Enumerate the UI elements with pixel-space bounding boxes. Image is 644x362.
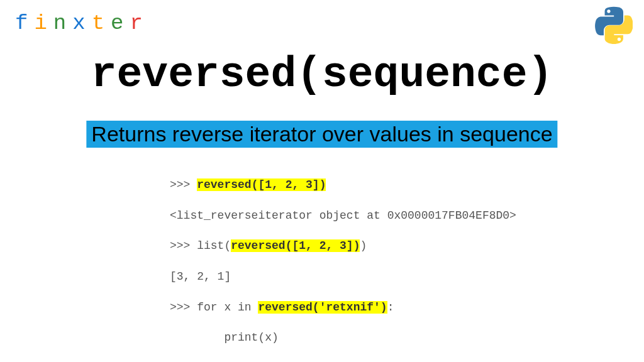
prompt: >>> list(: [170, 239, 231, 252]
code-highlight: reversed('retxnif'): [258, 301, 387, 314]
logo-letter: r: [130, 11, 148, 35]
logo-letter: n: [53, 11, 72, 35]
subtitle-banner: Returns reverse iterator over values in …: [86, 121, 557, 148]
page-title: reversed(sequence): [0, 50, 644, 99]
code-example: >>> reversed([1, 2, 3]) <list_reverseite…: [170, 162, 516, 362]
code-highlight: reversed([1, 2, 3]): [197, 178, 326, 191]
logo-letter: i: [34, 11, 53, 35]
code-output: <list_reverseiterator object at 0x000001…: [170, 208, 516, 223]
python-icon: [595, 6, 633, 44]
finxter-logo: finxter: [15, 11, 149, 35]
code-text: :: [387, 301, 394, 314]
logo-letter: x: [72, 11, 91, 35]
code-highlight: reversed([1, 2, 3]): [231, 239, 360, 252]
prompt: >>>: [170, 178, 197, 191]
prompt: >>> for x in: [170, 301, 258, 314]
code-output: [3, 2, 1]: [170, 269, 516, 284]
code-text: ): [360, 239, 367, 252]
logo-letter: e: [111, 11, 130, 35]
logo-letter: t: [92, 11, 111, 35]
code-text: print(x): [170, 330, 516, 345]
logo-letter: f: [15, 11, 34, 35]
